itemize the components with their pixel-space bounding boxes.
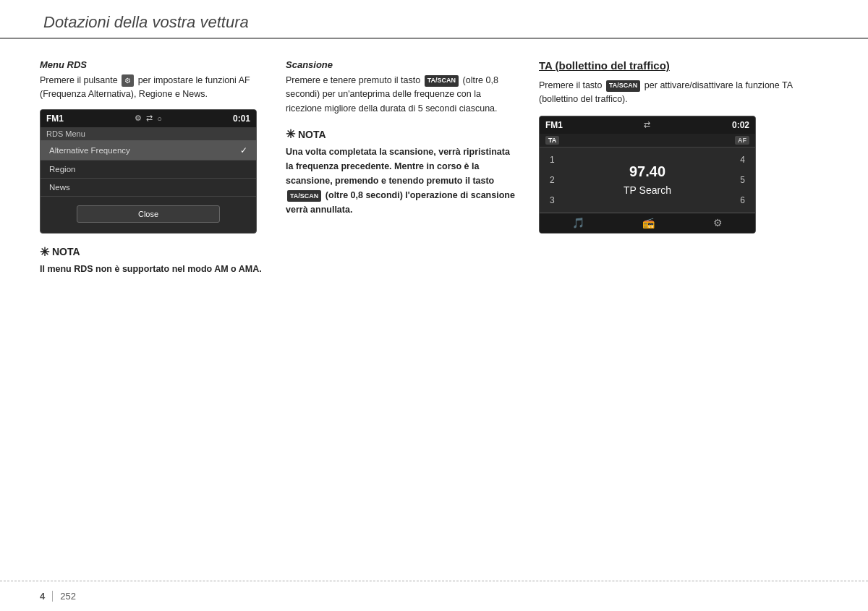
screen-time: 0:01 — [233, 114, 250, 124]
right-screen-fm-label: FM1 — [545, 120, 563, 130]
radio-icon: ○ — [157, 114, 162, 123]
screen-badge-row: TA AF — [540, 134, 755, 148]
num-5: 5 — [740, 175, 745, 185]
num-4: 4 — [740, 155, 745, 165]
ta-scan-badge-1: TA/SCAN — [425, 75, 459, 87]
left-note-section: ✳ NOTA Il menu RDS non è supportato nel … — [40, 245, 271, 276]
settings-icon: ⚙ — [135, 114, 142, 123]
right-section-title: TA (bollettino del traffico) — [539, 59, 828, 72]
num-1: 1 — [550, 155, 555, 165]
right-screen-time: 0:02 — [732, 120, 749, 130]
middle-note-text-1: Una volta completata la scansione, verrà… — [286, 147, 510, 186]
screen-fm-label: FM1 — [46, 114, 64, 124]
ta-scan-badge-right: TA/SCAN — [606, 80, 640, 92]
middle-body-text: Premere e tenere premuto il tasto TA/SCA… — [286, 74, 517, 116]
footer-section-number: 4 — [40, 591, 53, 602]
left-screen-mockup: FM1 ⚙ ⇄ ○ 0:01 RDS Menu Alternative Freq… — [40, 109, 257, 234]
right-column: TA (bollettino del traffico) Premere il … — [532, 59, 828, 276]
screen-icons: ⚙ ⇄ ○ — [135, 114, 162, 123]
close-btn-area: Close — [41, 197, 256, 233]
middle-body-text-1: Premere e tenere premuto il tasto — [286, 75, 420, 85]
af-badge: AF — [735, 136, 749, 145]
screen-bottom-bar: 🎵 📻 ⚙ — [540, 213, 755, 233]
screen-center: 97.40 TP Search — [565, 148, 731, 213]
page-title: Dotazioni della vostra vettura — [43, 13, 825, 32]
middle-note-section: ✳ NOTA Una volta completata la scansione… — [286, 127, 517, 217]
left-note-header: ✳ NOTA — [40, 245, 271, 259]
middle-section-title: Scansione — [286, 59, 517, 70]
screen-menu-item-region: Region — [41, 161, 256, 179]
screen-top-bar: FM1 ⚙ ⇄ ○ 0:01 — [41, 110, 256, 127]
screen-left-numbers: 1 2 3 — [540, 148, 565, 213]
screen-menu-item-news: News — [41, 179, 256, 197]
checkmark-icon: ✓ — [240, 145, 247, 155]
bottom-icon-2: 📻 — [642, 217, 655, 228]
left-body-text-1: Premere il pulsante — [40, 75, 118, 85]
menu-item-news-label: News — [49, 183, 70, 192]
middle-column: Scansione Premere e tenere premuto il ta… — [286, 59, 532, 276]
right-screen-top-bar: FM1 ⇄ 0:02 — [540, 116, 755, 134]
screen-frequency: 97.40 — [629, 163, 665, 180]
menu-item-region-label: Region — [49, 165, 75, 174]
content-area: Menu RDS Premere il pulsante ⚙ per impos… — [0, 39, 868, 276]
left-note-body: Il menu RDS non è supportato nel modo AM… — [40, 262, 271, 276]
left-section-title: Menu RDS — [40, 59, 271, 70]
screen-tp-search: TP Search — [624, 184, 671, 196]
middle-note-header: ✳ NOTA — [286, 127, 517, 141]
asterisk-icon: ✳ — [40, 245, 49, 259]
num-6: 6 — [740, 195, 745, 205]
right-body-text-1: Premere il tasto — [539, 80, 603, 90]
page-footer: 4 252 — [0, 581, 868, 611]
num-2: 2 — [550, 175, 555, 185]
screen-menu-item-af: Alternative Frequency ✓ — [41, 141, 256, 161]
ta-scan-badge-2: TA/SCAN — [287, 190, 321, 202]
right-screen-icons: ⇄ — [644, 120, 650, 129]
arrow-icon: ⇄ — [146, 114, 153, 123]
ta-badge: TA — [545, 136, 559, 145]
left-column: Menu RDS Premere il pulsante ⚙ per impos… — [40, 59, 286, 276]
page-container: Dotazioni della vostra vettura Menu RDS … — [0, 0, 868, 611]
bottom-icon-3: ⚙ — [713, 217, 723, 228]
right-arrow-icon: ⇄ — [644, 120, 650, 129]
asterisk-icon-middle: ✳ — [286, 127, 295, 141]
menu-item-af-label: Alternative Frequency — [49, 146, 130, 155]
footer-page-number: 252 — [60, 591, 76, 602]
middle-note-body: Una volta completata la scansione, verrà… — [286, 145, 517, 217]
right-body-text: Premere il tasto TA/SCAN per attivare/di… — [539, 79, 828, 107]
screen-main-content: 1 2 3 97.40 TP Search 4 5 6 — [540, 148, 755, 213]
left-body-text: Premere il pulsante ⚙ per impostare le f… — [40, 74, 271, 102]
screen-menu-label: RDS Menu — [41, 127, 256, 141]
right-screen-mockup: FM1 ⇄ 0:02 TA AF 1 2 3 — [539, 116, 756, 234]
middle-nota-label: NOTA — [298, 129, 326, 140]
page-header: Dotazioni della vostra vettura — [0, 0, 868, 39]
screen-close-button: Close — [77, 205, 220, 223]
left-nota-label: NOTA — [52, 246, 80, 257]
screen-right-numbers: 4 5 6 — [730, 148, 755, 213]
gear-icon: ⚙ — [122, 74, 134, 87]
num-3: 3 — [550, 195, 555, 205]
bottom-icon-1: 🎵 — [572, 217, 584, 228]
